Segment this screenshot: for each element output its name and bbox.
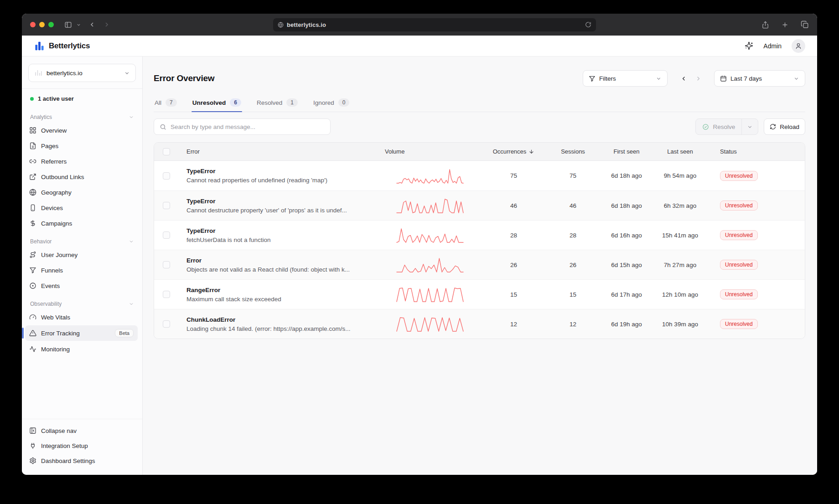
url-text: betterlytics.io	[287, 21, 326, 28]
sessions-value: 75	[547, 172, 599, 179]
col-last-seen[interactable]: Last seen	[654, 148, 706, 155]
sidebar-toggle-icon[interactable]	[64, 21, 73, 29]
filters-button[interactable]: Filters	[583, 70, 668, 87]
volume-sparkline	[385, 226, 481, 244]
table-row[interactable]: ChunkLoadError Loading chunk 14 failed. …	[154, 309, 805, 339]
section-behavior[interactable]: Behavior	[22, 235, 142, 247]
sidebar-item-overview[interactable]: Overview	[25, 123, 138, 138]
back-button[interactable]	[88, 21, 96, 28]
sidebar-item-label: Web Vitals	[41, 314, 70, 321]
user-avatar[interactable]	[792, 39, 805, 53]
col-error[interactable]: Error	[179, 148, 385, 155]
sidebar-item-devices[interactable]: Devices	[25, 201, 138, 215]
date-next-button[interactable]	[692, 72, 704, 84]
new-tab-icon[interactable]	[781, 21, 789, 29]
tab-unresolved[interactable]: Unresolved 6	[192, 98, 242, 112]
col-sessions[interactable]: Sessions	[547, 148, 599, 155]
project-chart-icon	[34, 69, 42, 77]
sidebar-item-label: Dashboard Settings	[41, 458, 95, 464]
resolve-dropdown-button[interactable]	[741, 119, 758, 134]
col-occurrences[interactable]: Occurrences	[481, 148, 547, 155]
error-message: Loading chunk 14 failed. (error: https:/…	[186, 325, 376, 332]
status-badge: Unresolved	[720, 260, 758, 270]
share-icon[interactable]	[761, 21, 769, 29]
row-checkbox[interactable]	[163, 261, 170, 268]
errors-table: Error Volume Occurrences Sessions First …	[154, 142, 805, 339]
sparkles-icon[interactable]	[745, 41, 753, 50]
sidebar-item-user-journey[interactable]: User Journey	[25, 247, 138, 262]
resolve-button[interactable]: Resolve	[696, 119, 741, 134]
sidebar-item-outbound-links[interactable]: Outbound Links	[25, 170, 138, 184]
sidebar-item-campaigns[interactable]: Campaigns	[25, 216, 138, 231]
tab-overview-icon[interactable]	[801, 21, 809, 29]
project-selector[interactable]: betterlytics.io	[28, 64, 136, 82]
row-checkbox[interactable]	[163, 202, 170, 209]
collapse-nav-button[interactable]: Collapse nav	[25, 423, 138, 438]
status-badge: Unresolved	[720, 319, 758, 329]
filter-funnel-icon	[589, 75, 596, 82]
address-bar[interactable]: betterlytics.io	[273, 18, 596, 31]
close-window-button[interactable]	[30, 22, 36, 27]
occurrences-value: 15	[481, 291, 547, 298]
col-status[interactable]: Status	[706, 148, 805, 155]
last-seen-value: 6h 32m ago	[654, 202, 706, 209]
reload-button[interactable]: Reload	[764, 118, 805, 135]
chevron-down-icon	[129, 114, 134, 120]
sidebar-item-geography[interactable]: Geography	[25, 185, 138, 200]
sidebar-item-referrers[interactable]: Referrers	[25, 154, 138, 169]
sidebar-item-label: Error Tracking	[41, 330, 80, 337]
volume-sparkline	[385, 256, 481, 273]
sidebar-item-label: Campaigns	[41, 220, 72, 227]
row-checkbox[interactable]	[163, 231, 170, 239]
sidebar: betterlytics.io 1 active user Analytics	[22, 57, 143, 475]
calendar-icon	[720, 75, 727, 82]
row-checkbox[interactable]	[163, 291, 170, 298]
select-all-checkbox[interactable]	[163, 148, 170, 155]
table-row[interactable]: TypeError fetchUserData is not a functio…	[154, 220, 805, 250]
row-checkbox[interactable]	[163, 320, 170, 328]
table-row[interactable]: RangeError Maximum call stack size excee…	[154, 279, 805, 309]
minimize-window-button[interactable]	[39, 22, 45, 27]
toolbar-chevron-down-icon[interactable]	[76, 22, 81, 27]
section-analytics[interactable]: Analytics	[22, 110, 142, 123]
section-label: Analytics	[30, 114, 52, 120]
browser-toolbar: betterlytics.io	[22, 14, 817, 36]
error-type: RangeError	[186, 287, 376, 293]
sidebar-item-error-tracking[interactable]: Error Tracking Beta	[25, 325, 138, 341]
sessions-value: 28	[547, 232, 599, 239]
chevron-down-icon	[793, 76, 799, 82]
tab-ignored[interactable]: Ignored 0	[312, 98, 350, 112]
sidebar-item-pages[interactable]: Pages	[25, 139, 138, 153]
row-checkbox[interactable]	[163, 172, 170, 180]
first-seen-value: 6d 17h ago	[599, 291, 654, 298]
sidebar-item-events[interactable]: Events	[25, 278, 138, 293]
tab-label: Resolved	[257, 99, 282, 106]
integration-setup-button[interactable]: Integration Setup	[25, 438, 138, 453]
first-seen-value: 6d 18h ago	[599, 172, 654, 179]
user-name[interactable]: Admin	[763, 42, 782, 50]
date-range-button[interactable]: Last 7 days	[714, 70, 805, 87]
section-observability[interactable]: Observability	[22, 297, 142, 309]
dollar-icon	[29, 220, 36, 227]
table-row[interactable]: Error Objects are not valid as a React c…	[154, 250, 805, 279]
col-volume[interactable]: Volume	[385, 148, 481, 155]
zoom-window-button[interactable]	[48, 22, 54, 27]
dashboard-settings-button[interactable]: Dashboard Settings	[25, 453, 138, 468]
tab-label: Unresolved	[192, 99, 226, 106]
sidebar-item-web-vitals[interactable]: Web Vitals	[25, 310, 138, 324]
sidebar-item-funnels[interactable]: Funnels	[25, 263, 138, 278]
date-prev-button[interactable]	[678, 72, 689, 84]
reload-label: Reload	[780, 123, 799, 130]
brand[interactable]: Betterlytics	[35, 41, 90, 51]
sidebar-item-label: Overview	[41, 127, 67, 134]
col-first-seen[interactable]: First seen	[599, 148, 654, 155]
tab-all[interactable]: All 7	[154, 98, 178, 112]
search-input[interactable]	[171, 123, 325, 130]
page-reload-icon[interactable]	[585, 21, 591, 28]
refresh-icon	[770, 123, 776, 130]
forward-button[interactable]	[103, 21, 110, 28]
sidebar-item-monitoring[interactable]: Monitoring	[25, 342, 138, 356]
tab-resolved[interactable]: Resolved 1	[256, 98, 299, 112]
table-row[interactable]: TypeError Cannot destructure property 'u…	[154, 190, 805, 220]
table-row[interactable]: TypeError Cannot read properties of unde…	[154, 161, 805, 190]
